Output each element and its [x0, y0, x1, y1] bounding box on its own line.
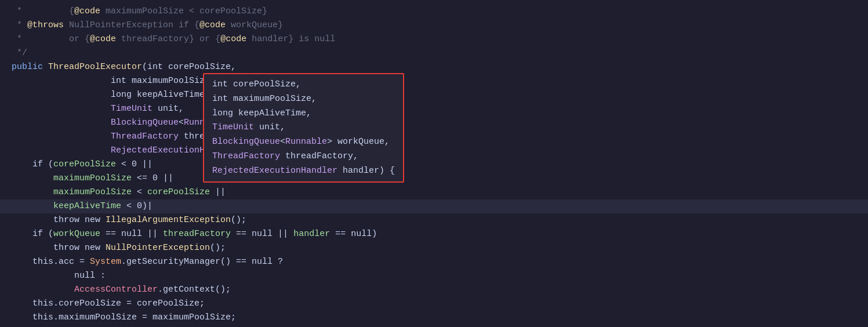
- code-line-24: this.workQueue = workQueue;: [0, 325, 868, 327]
- code-line-13: maximumPoolSize <= 0 ||: [0, 172, 868, 186]
- popup-line-1: int corePoolSize,: [212, 78, 395, 92]
- code-line-8: TimeUnit unit,: [0, 102, 868, 116]
- popup-line-5: BlockingQueue<Runnable> workQueue,: [212, 135, 395, 150]
- code-line-9: BlockingQueue<Runnable> workQueue,: [0, 116, 868, 130]
- code-line-1: * {@code maximumPoolSize < corePoolSize}: [0, 5, 868, 19]
- popup-line-7: RejectedExecutionHandler handler) {: [212, 164, 395, 179]
- code-line-10: ThreadFactory threadFactory,: [0, 130, 868, 144]
- code-line-23: this.maximumPoolSize = maximumPoolSize;: [0, 311, 868, 325]
- code-line-17: if (workQueue == null || threadFactory =…: [0, 227, 868, 241]
- code-line-5: public ThreadPoolExecutor(int corePoolSi…: [0, 60, 868, 74]
- code-line-7: long keepAliveTime,: [0, 88, 868, 102]
- code-line-16: throw new IllegalArgumentException();: [0, 213, 868, 227]
- popup-line-2: int maximumPoolSize,: [212, 92, 395, 107]
- code-line-15: keepAliveTime < 0)|: [0, 199, 868, 213]
- popup-box: int corePoolSize, int maximumPoolSize, l…: [203, 73, 404, 183]
- code-line-14: maximumPoolSize < corePoolSize ||: [0, 186, 868, 199]
- code-line-2: * @throws NullPointerException if {@code…: [0, 19, 868, 32]
- popup-line-4: TimeUnit unit,: [212, 121, 395, 135]
- code-line-18: throw new NullPointerException();: [0, 241, 868, 255]
- code-line-22: this.corePoolSize = corePoolSize;: [0, 297, 868, 311]
- code-line-19: this.acc = System.getSecurityManager() =…: [0, 255, 868, 269]
- popup-line-6: ThreadFactory threadFactory,: [212, 150, 395, 164]
- code-line-4: */: [0, 46, 868, 60]
- code-line-12: if (corePoolSize < 0 ||: [0, 158, 868, 172]
- code-line-21: AccessController.getContext();: [0, 283, 868, 297]
- code-line-6: int maximumPoolSize,: [0, 74, 868, 88]
- code-line-3: * or {@code threadFactory} or {@code han…: [0, 32, 868, 46]
- popup-line-3: long keepAliveTime,: [212, 107, 395, 121]
- code-wrapper: * {@code maximumPoolSize < corePoolSize}…: [0, 5, 868, 327]
- code-line-20: null :: [0, 269, 868, 283]
- code-container: * {@code maximumPoolSize < corePoolSize}…: [0, 0, 868, 327]
- code-line-11: RejectedExecutionHandler handler) {: [0, 144, 868, 158]
